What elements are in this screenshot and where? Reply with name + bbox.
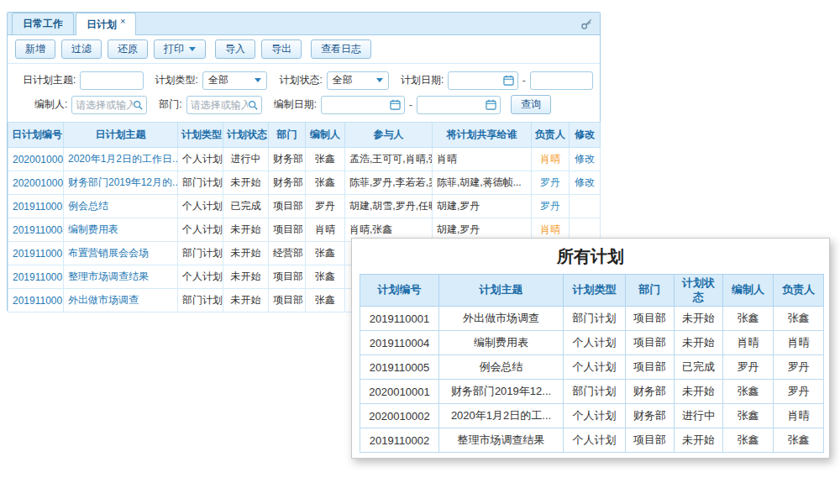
- col-dept[interactable]: 部门: [269, 123, 306, 148]
- search-icon[interactable]: [133, 100, 143, 110]
- col-participants[interactable]: 参与人: [345, 123, 433, 148]
- table-row[interactable]: 2019110002 整理市场调查结果 个人计划 项目部 未开始 张鑫 张鑫: [360, 428, 824, 453]
- view-log-button[interactable]: 查看日志: [311, 39, 371, 59]
- calendar-icon[interactable]: [486, 99, 496, 110]
- plan-id-link[interactable]: 2019110002: [13, 271, 64, 283]
- table-row[interactable]: 2019110005 例会总结 个人计划 已完成 项目部 罗丹 胡建,胡雪,罗丹…: [8, 195, 601, 218]
- subject-input[interactable]: [84, 75, 139, 87]
- subject-cell: 布置营销展会会场: [64, 242, 178, 265]
- subject-link[interactable]: 财务部门2019年12月的...: [68, 176, 178, 188]
- plan-id-cell: 2020010001: [8, 171, 64, 195]
- plan-id-link[interactable]: 2019110003: [13, 248, 64, 260]
- calendar-icon[interactable]: [503, 75, 514, 86]
- calendar-icon[interactable]: [390, 99, 401, 110]
- subject-link[interactable]: 外出做市场调查: [68, 294, 139, 306]
- col-plan-id[interactable]: 日计划编号: [8, 123, 64, 148]
- import-button[interactable]: 导入: [215, 39, 255, 59]
- plan-date-start-input[interactable]: [452, 75, 502, 87]
- compile-date-end-input[interactable]: [421, 99, 486, 111]
- subject-label: 日计划主题:: [23, 73, 76, 87]
- dept-cell: 项目部: [626, 307, 675, 331]
- restore-button[interactable]: 还原: [108, 39, 148, 59]
- compile-date-start-input[interactable]: [325, 99, 390, 111]
- dept-input[interactable]: [191, 99, 248, 111]
- type-cell: 个人计划: [564, 355, 626, 380]
- owner-link[interactable]: 肖晴: [540, 153, 560, 165]
- plan-id-link[interactable]: 2019110005: [13, 201, 64, 213]
- col-modify[interactable]: 修改: [570, 123, 601, 148]
- compile-date-end-field[interactable]: [417, 96, 501, 114]
- plan-id-link[interactable]: 2020010001: [13, 177, 64, 189]
- compile-date-start-field[interactable]: [321, 96, 405, 114]
- table-row[interactable]: 2020010002 2020年1月2日的工作日... 个人计划 进行中 财务部…: [8, 148, 601, 171]
- creator-field[interactable]: [71, 96, 147, 114]
- type-cell: 部门计划: [564, 380, 626, 404]
- plan-status-label: 计划状态:: [279, 73, 322, 87]
- share-cell: 肖晴: [433, 148, 532, 171]
- table-row[interactable]: 2019110005 例会总结 个人计划 项目部 已完成 罗丹 罗丹: [360, 355, 824, 380]
- add-button[interactable]: 新增: [15, 39, 55, 59]
- query-button-label: 查询: [521, 97, 541, 112]
- export-button[interactable]: 导出: [261, 39, 302, 59]
- plan-type-select[interactable]: 全部: [202, 71, 268, 90]
- subject-link[interactable]: 编制费用表: [68, 223, 118, 235]
- owner-link[interactable]: 肖晴: [540, 223, 560, 235]
- subject-field[interactable]: [80, 71, 143, 90]
- table-row[interactable]: 2019110001 外出做市场调查 部门计划 项目部 未开始 张鑫 张鑫: [360, 307, 824, 331]
- col-share[interactable]: 将计划共享给谁: [433, 123, 532, 148]
- dept-field[interactable]: [186, 96, 262, 114]
- plan-date-end-field[interactable]: [530, 71, 593, 90]
- filter-button-label: 过滤: [71, 42, 92, 56]
- owner-cell: 张鑫: [774, 428, 824, 453]
- owner-link[interactable]: 罗丹: [540, 176, 560, 188]
- status-cell: 未开始: [675, 331, 723, 355]
- filter-form: 日计划主题: 计划类型: 全部 计划状态: 全部 计划日期: - 编制人:: [8, 64, 600, 119]
- tab-daily-plan-label: 日计划: [87, 18, 117, 32]
- table-row[interactable]: 2020010001 财务部门2019年12... 部门计划 财务部 未开始 张…: [360, 380, 824, 404]
- key-icon[interactable]: [580, 18, 593, 30]
- print-button[interactable]: 打印: [154, 39, 206, 59]
- tab-daily-work[interactable]: 日常工作: [12, 13, 74, 34]
- col-status: 计划状态: [675, 275, 723, 307]
- modify-link[interactable]: 修改: [575, 176, 595, 188]
- col-plan-id: 计划编号: [360, 275, 439, 307]
- subject-link[interactable]: 布置营销展会会场: [68, 247, 149, 259]
- col-owner[interactable]: 负责人: [532, 123, 570, 148]
- plan-date-start-field[interactable]: [448, 71, 517, 90]
- plan-id-link[interactable]: 2020010002: [13, 154, 64, 165]
- filter-button[interactable]: 过滤: [61, 39, 102, 59]
- plan-status-value: 全部: [333, 73, 353, 87]
- date-range-separator: -: [409, 99, 412, 111]
- col-subject[interactable]: 日计划主题: [64, 123, 178, 148]
- col-subject: 计划主题: [439, 275, 564, 307]
- col-status[interactable]: 计划状态: [223, 123, 269, 148]
- creator-cell: 张鑫: [306, 148, 345, 171]
- type-cell: 个人计划: [178, 265, 223, 289]
- tab-daily-plan[interactable]: 日计划 ×: [76, 13, 136, 35]
- col-type[interactable]: 计划类型: [178, 123, 223, 148]
- query-button[interactable]: 查询: [511, 95, 551, 114]
- creator-input[interactable]: [76, 99, 133, 111]
- table-row[interactable]: 2019110004 编制费用表 个人计划 项目部 未开始 肖晴 肖晴: [360, 331, 824, 355]
- status-cell: 已完成: [223, 195, 269, 218]
- subject-link[interactable]: 整理市场调查结果: [68, 270, 149, 282]
- search-icon[interactable]: [248, 100, 258, 110]
- table-row[interactable]: 2020010001 财务部门2019年12月的... 部门计划 未开始 财务部…: [8, 171, 601, 195]
- status-cell: 未开始: [675, 307, 723, 331]
- plan-id-link[interactable]: 2019110004: [13, 224, 64, 236]
- dept-cell: 项目部: [269, 195, 306, 218]
- plan-status-select[interactable]: 全部: [327, 71, 389, 90]
- plan-date-end-input[interactable]: [534, 75, 589, 87]
- table-row[interactable]: 2020010002 2020年1月2日的工... 个人计划 财务部 进行中 张…: [360, 404, 824, 428]
- subject-link[interactable]: 例会总结: [68, 200, 108, 212]
- owner-link[interactable]: 罗丹: [540, 200, 560, 212]
- col-creator[interactable]: 编制人: [306, 123, 345, 148]
- plan-id-cell: 2020010001: [360, 380, 439, 404]
- plan-id-cell: 2019110002: [360, 428, 439, 453]
- share-cell: 陈菲,胡建,蒋德帧...: [433, 171, 532, 195]
- tab-close-icon[interactable]: ×: [120, 16, 125, 26]
- subject-link[interactable]: 2020年1月2日的工作日...: [68, 153, 178, 165]
- type-cell: 个人计划: [564, 428, 626, 453]
- plan-id-link[interactable]: 2019110001: [13, 295, 64, 307]
- modify-link[interactable]: 修改: [575, 153, 595, 165]
